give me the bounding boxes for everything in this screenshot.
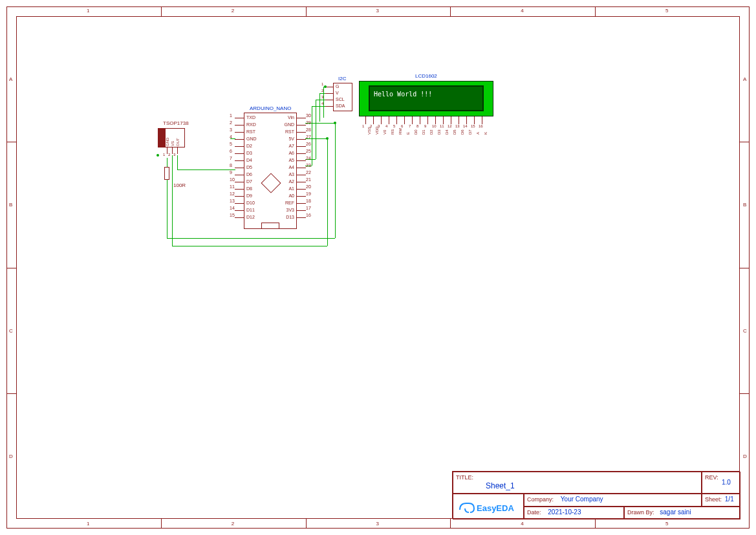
lcd-pinname-10: D4	[445, 129, 449, 135]
ruler-left-D: D	[9, 453, 13, 459]
tick-top-1	[161, 7, 162, 16]
titleblock: TITLE: Sheet_1 REV: 1.0 EasyEDA Company:…	[452, 471, 740, 519]
ard-l-num-12: 13	[230, 199, 235, 203]
tb-title-cell: TITLE: Sheet_1	[453, 472, 702, 494]
tick-bot-1	[161, 519, 162, 528]
ard-l-stub-4	[235, 146, 244, 147]
lcd-screen	[369, 85, 484, 111]
ard-l-stub-14	[235, 217, 244, 218]
w-gnd-v1	[167, 189, 167, 238]
lcd-num-14: 15	[471, 124, 475, 128]
tick-left-3	[7, 393, 16, 394]
ard-l-name-3: GND	[246, 136, 257, 141]
lcd-pinname-9: D3	[437, 129, 441, 135]
ruler-top-1: 1	[87, 8, 89, 14]
ard-l-num-13: 14	[230, 206, 235, 210]
tick-right-1	[740, 142, 749, 142]
lcd-pinname-5: E	[406, 132, 410, 135]
ard-l-num-5: 6	[230, 149, 232, 153]
w-sda-v1	[312, 106, 312, 166]
ard-l-num-7: 8	[230, 163, 232, 168]
ard-r-stub-11	[297, 196, 306, 197]
ard-l-name-0: TXD	[246, 115, 255, 120]
lcd-stub-1	[373, 116, 374, 124]
ard-r-stub-5	[297, 153, 306, 154]
tick-top-4	[595, 7, 596, 16]
lcd-stub-6	[412, 116, 413, 124]
ard-l-stub-6	[235, 160, 244, 161]
ard-l-name-4: D2	[246, 144, 252, 148]
ard-r-num-14: 16	[306, 213, 311, 217]
ard-r-name-13: 3V3	[286, 208, 294, 212]
ard-r-num-10: 20	[306, 184, 311, 189]
tick-top-2	[306, 7, 307, 16]
tick-right-3	[740, 393, 749, 394]
tsop-pin1-label: GND	[166, 138, 169, 146]
w-vs-v1	[172, 155, 173, 193]
tb-rev-label: REV:	[705, 474, 718, 481]
lcd-stub-8	[427, 116, 428, 124]
ard-r-stub-6	[297, 160, 306, 161]
ard-l-num-8: 9	[230, 170, 232, 175]
i2c-node	[324, 85, 327, 88]
tsop-name: TSOP1738	[163, 120, 189, 126]
arduino-usb	[261, 223, 279, 229]
ard-l-stub-8	[235, 175, 244, 175]
ard-l-num-2: 3	[230, 127, 232, 132]
i2c-stub-2	[325, 100, 333, 100]
lcd-num-1: 2	[370, 124, 372, 128]
ard-r-name-7: A4	[288, 165, 294, 169]
lcd-stub-11	[451, 116, 451, 124]
ard-r-stub-0	[297, 118, 306, 118]
tsop-pin1-num: 1	[163, 153, 165, 157]
lcd-stub-0	[365, 116, 366, 124]
tb-title-label: TITLE:	[456, 474, 473, 481]
ard-l-name-10: D8	[246, 186, 252, 191]
lcd-pinname-8: D2	[429, 129, 433, 135]
tsop-pin2-stub	[172, 147, 173, 154]
ruler-top-5: 5	[665, 8, 668, 14]
lcd-num-8: 9	[424, 124, 426, 128]
ruler-right-A: A	[743, 76, 746, 82]
ard-r-stub-14	[297, 217, 306, 218]
ard-l-stub-0	[235, 118, 244, 118]
w-scl-v1	[316, 100, 316, 159]
ard-r-stub-7	[297, 168, 306, 168]
ard-r-name-3: 5V	[288, 136, 294, 141]
ruler-left-C: C	[9, 328, 13, 334]
ruler-left-A: A	[9, 76, 12, 82]
i2c-stub-3	[325, 106, 333, 107]
tb-company-cell: Company: Your Company	[524, 494, 702, 507]
tb-company-label: Company:	[527, 496, 554, 503]
ard-l-num-6: 7	[230, 156, 232, 160]
ard-r-name-10: A1	[288, 186, 294, 191]
w-out-h	[177, 169, 235, 170]
lcd-pinname-3: RS	[391, 129, 394, 135]
lcd-num-12: 13	[455, 124, 460, 128]
lcd-num-15: 16	[479, 124, 483, 128]
node-5v1	[326, 137, 329, 140]
tsop-lens	[158, 128, 166, 147]
ruler-bottom-2: 2	[232, 521, 234, 527]
ard-l-name-8: D6	[246, 172, 252, 177]
tsop-junction	[157, 154, 159, 157]
ard-r-name-14: D13	[286, 215, 294, 219]
i2c-name-2: SCL	[336, 97, 345, 102]
ard-l-name-6: D4	[246, 158, 252, 162]
ard-l-stub-12	[235, 203, 244, 204]
lcd-pinname-13: D7	[468, 129, 472, 135]
ard-l-num-0: 1	[230, 113, 232, 118]
ard-r-num-2: 28	[306, 127, 311, 132]
ard-l-num-9: 10	[230, 177, 235, 182]
tsop-pin2-label: VS	[171, 141, 175, 146]
ard-l-stub-13	[235, 210, 244, 211]
ard-l-stub-11	[235, 196, 244, 197]
ard-r-name-4: A7	[288, 144, 294, 148]
ard-r-name-0: Vin	[288, 115, 294, 120]
i2c-name-1: V	[336, 91, 339, 95]
ard-r-num-7: 23	[306, 163, 311, 168]
lcd-num-3: 4	[385, 124, 387, 128]
tick-right-2	[740, 268, 749, 268]
ard-r-stub-12	[297, 203, 306, 204]
ard-r-name-8: A3	[288, 172, 294, 177]
